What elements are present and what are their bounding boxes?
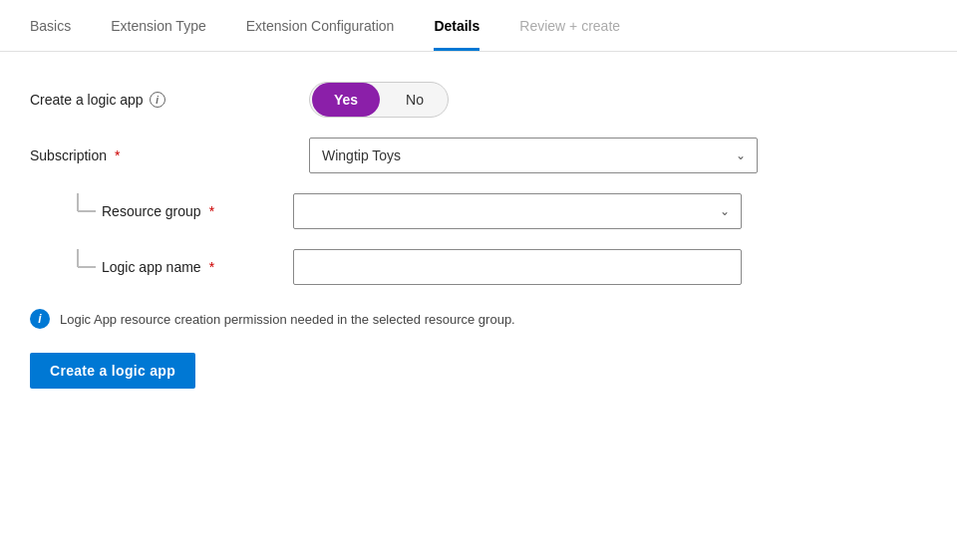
subscription-row: Subscription * Wingtip Toys ⌄ xyxy=(30,138,927,173)
logic-app-info-icon[interactable]: i xyxy=(150,92,165,108)
tab-basics[interactable]: Basics xyxy=(30,18,71,51)
tab-extension-type[interactable]: Extension Type xyxy=(111,18,205,51)
logic-app-toggle-row: Create a logic app i Yes No xyxy=(30,82,927,118)
tab-extension-configuration[interactable]: Extension Configuration xyxy=(246,18,395,51)
logic-app-name-row: Logic app name * xyxy=(70,249,927,285)
subscription-required: * xyxy=(115,147,120,163)
resource-group-select-wrapper: ⌄ xyxy=(293,193,742,229)
resource-group-required: * xyxy=(209,203,214,219)
resource-group-select[interactable] xyxy=(293,193,742,229)
tab-review-create[interactable]: Review + create xyxy=(519,18,620,51)
logic-app-name-input[interactable] xyxy=(293,249,742,285)
subscription-select[interactable]: Wingtip Toys xyxy=(309,138,758,173)
info-message-text: Logic App resource creation permission n… xyxy=(60,312,515,327)
resource-group-label: Resource group * xyxy=(102,203,293,219)
resource-group-row: Resource group * ⌄ xyxy=(70,193,927,229)
create-logic-app-button[interactable]: Create a logic app xyxy=(30,353,195,389)
logic-app-name-connector-svg xyxy=(70,249,96,285)
tab-details[interactable]: Details xyxy=(434,18,479,51)
info-circle-icon: i xyxy=(30,309,50,329)
main-content: Create a logic app i Yes No Subscription… xyxy=(0,52,957,409)
toggle-no[interactable]: No xyxy=(382,83,448,117)
toggle-yes[interactable]: Yes xyxy=(312,83,380,117)
wizard-nav: Basics Extension Type Extension Configur… xyxy=(0,0,957,52)
resource-group-connector-svg xyxy=(70,193,96,229)
logic-app-label: Create a logic app i xyxy=(30,92,309,108)
logic-app-name-label: Logic app name * xyxy=(102,259,293,275)
logic-app-name-required: * xyxy=(209,259,214,275)
subscription-select-wrapper: Wingtip Toys ⌄ xyxy=(309,138,758,173)
logic-app-toggle[interactable]: Yes No xyxy=(309,82,449,118)
info-message-row: i Logic App resource creation permission… xyxy=(30,309,927,329)
subscription-label: Subscription * xyxy=(30,147,309,163)
